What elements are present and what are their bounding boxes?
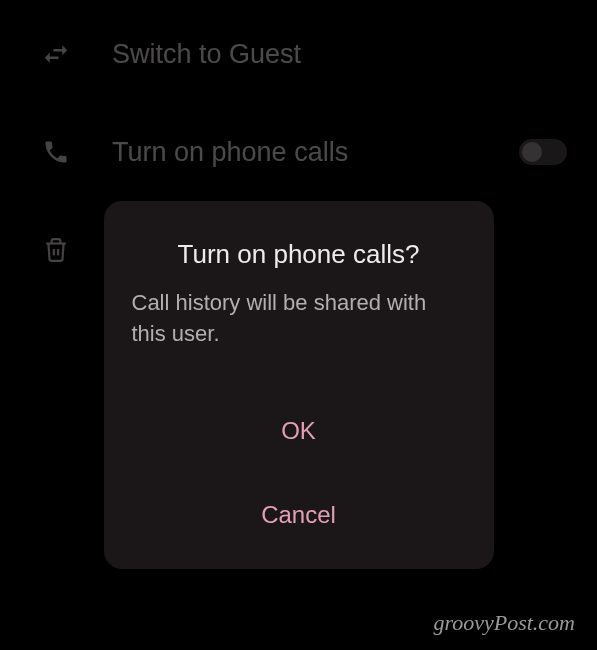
toggle-thumb	[522, 142, 542, 162]
dialog-title: Turn on phone calls?	[132, 239, 466, 270]
setting-label: Switch to Guest	[112, 39, 567, 70]
dialog-message: Call history will be shared with this us…	[132, 288, 466, 350]
phone-icon	[40, 136, 72, 168]
setting-row-switch-guest[interactable]: Switch to Guest	[0, 20, 597, 88]
confirm-dialog: Turn on phone calls? Call history will b…	[104, 201, 494, 570]
phone-calls-toggle[interactable]	[519, 139, 567, 165]
watermark: groovyPost.com	[433, 610, 575, 636]
trash-icon	[40, 234, 72, 266]
swap-icon	[40, 38, 72, 70]
cancel-button[interactable]: Cancel	[132, 493, 466, 537]
setting-row-phone-calls[interactable]: Turn on phone calls	[0, 118, 597, 186]
setting-label: Turn on phone calls	[112, 137, 479, 168]
ok-button[interactable]: OK	[132, 409, 466, 453]
